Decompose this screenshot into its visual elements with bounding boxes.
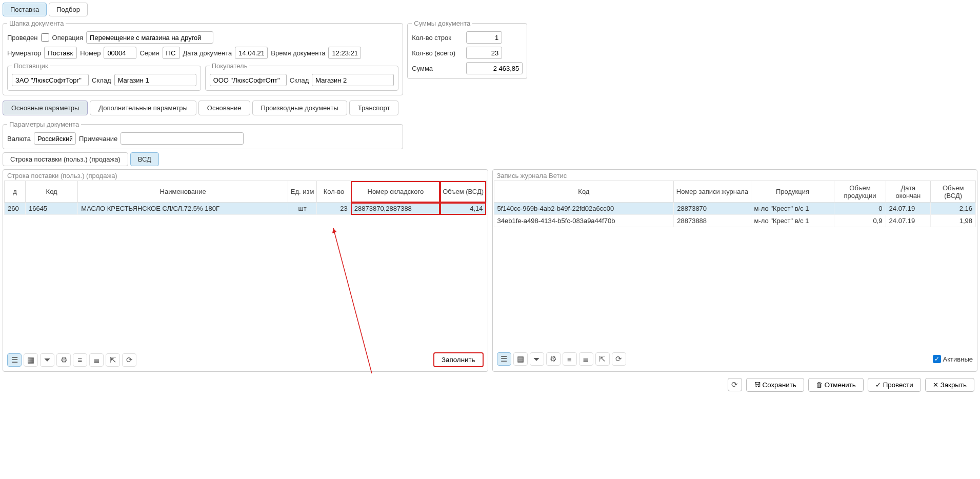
- numerator-input[interactable]: [44, 47, 77, 59]
- number-label: Номер: [80, 49, 101, 57]
- right-grid-legend: Запись журнала Ветис: [494, 171, 976, 181]
- rows-count-label: Кол-во строк: [412, 34, 463, 42]
- date-input[interactable]: [235, 47, 268, 59]
- series-input[interactable]: [163, 47, 180, 59]
- right-col-journal-no[interactable]: Номер записи журнала: [674, 181, 751, 203]
- currency-input[interactable]: [34, 132, 76, 145]
- param-tab-transport[interactable]: Транспорт: [349, 101, 399, 115]
- note-input[interactable]: [121, 132, 244, 145]
- buyer-stock-input[interactable]: [312, 74, 394, 86]
- export-icon[interactable]: ⇱: [595, 352, 610, 366]
- sum-label: Сумма: [412, 65, 463, 72]
- qty-total-input[interactable]: [466, 47, 502, 59]
- numerator-label: Нумератор: [7, 49, 41, 57]
- tab-postavka[interactable]: Поставка: [3, 3, 47, 16]
- fill-button[interactable]: Заполнить: [433, 352, 483, 367]
- top-tab-row: Поставка Подбор: [3, 3, 977, 16]
- refresh-list-icon[interactable]: ⟳: [122, 353, 136, 367]
- supplier-legend: Поставщик: [12, 62, 50, 70]
- gear-icon[interactable]: ⚙: [546, 352, 561, 366]
- note-label: Примечание: [79, 135, 117, 143]
- table-row[interactable]: 26016645МАСЛО КРЕСТЬЯНСКОЕ СЛ/СЛ.72.5% 1…: [5, 203, 487, 215]
- currency-label: Валюта: [7, 135, 31, 143]
- header-fieldset: Шапка документа Проведен Операция Нумера…: [3, 19, 403, 95]
- supplier-input[interactable]: [12, 74, 89, 86]
- buyer-input[interactable]: [210, 74, 287, 86]
- param-tab-basis[interactable]: Основание: [198, 101, 250, 115]
- export-icon[interactable]: ⇱: [106, 353, 120, 367]
- right-col-product[interactable]: Продукция: [751, 181, 834, 203]
- buyer-legend: Покупатель: [210, 62, 250, 70]
- conducted-checkbox[interactable]: [41, 33, 49, 42]
- time-label: Время документа: [271, 49, 325, 57]
- table-row[interactable]: 34eb1fe-a498-4134-b5fc-083a9a44f70b28873…: [494, 215, 976, 227]
- time-input[interactable]: [328, 47, 361, 59]
- right-col-prod-vol[interactable]: Объем продукции: [834, 181, 886, 203]
- param-tab-extra[interactable]: Дополнительные параметры: [90, 101, 196, 115]
- left-col-code[interactable]: Код: [25, 181, 77, 203]
- gear-icon[interactable]: ⚙: [56, 353, 71, 367]
- right-col-vsd-vol[interactable]: Объем (ВСД): [931, 181, 976, 203]
- filter-icon[interactable]: ⏷: [530, 352, 544, 366]
- left-col-d[interactable]: д: [5, 181, 26, 203]
- operation-label: Операция: [52, 34, 84, 42]
- save-button[interactable]: 🖫Сохранить: [746, 378, 804, 392]
- list-add-icon[interactable]: ≣: [579, 352, 593, 366]
- filter-icon[interactable]: ⏷: [40, 353, 54, 367]
- active-checkbox[interactable]: ✓: [933, 355, 941, 363]
- cancel-button[interactable]: 🗑Отменить: [808, 378, 864, 392]
- sub-tabs: Строка поставки (польз.) (продажа) ВСД: [3, 152, 977, 166]
- refresh-list-icon[interactable]: ⟳: [612, 352, 626, 366]
- left-col-vsd-vol[interactable]: Объем (ВСД): [440, 181, 486, 203]
- qty-total-label: Кол-во (всего): [412, 49, 463, 57]
- list-collapse-icon[interactable]: ≡: [73, 353, 87, 367]
- list-collapse-icon[interactable]: ≡: [563, 352, 577, 366]
- supplier-stock-input[interactable]: [114, 74, 196, 86]
- list-add-icon[interactable]: ≣: [89, 353, 104, 367]
- sub-tab-vsd[interactable]: ВСД: [130, 152, 159, 166]
- doc-params-legend: Параметры документа: [7, 121, 81, 128]
- number-input[interactable]: [104, 47, 136, 59]
- header-legend: Шапка документа: [7, 19, 66, 27]
- left-grid-fieldset: Строка поставки (польз.) (продажа) д Код…: [3, 169, 488, 372]
- left-toolbar: ☰ ▦ ⏷ ⚙ ≡ ≣ ⇱ ⟳ Заполнить: [4, 349, 487, 370]
- active-label: Активные: [943, 355, 973, 363]
- sub-tab-line[interactable]: Строка поставки (польз.) (продажа): [3, 152, 128, 166]
- right-col-code[interactable]: Код: [494, 181, 674, 203]
- left-grid-legend: Строка поставки (польз.) (продажа): [4, 171, 487, 181]
- right-grid[interactable]: Код Номер записи журнала Продукция Объем…: [494, 181, 976, 349]
- conducted-label: Проведен: [7, 34, 38, 42]
- sums-fieldset: Суммы документа Кол-во строк Кол-во (все…: [407, 19, 527, 79]
- tab-podbor[interactable]: Подбор: [49, 3, 88, 16]
- left-col-stock-no[interactable]: Номер складского: [351, 181, 440, 203]
- check-icon: ✓: [875, 381, 881, 389]
- refresh-icon[interactable]: ⟳: [728, 378, 742, 391]
- table-row[interactable]: 5f140cc-969b-4ab2-b49f-22fd02a6cc0028873…: [494, 203, 976, 215]
- supplier-fieldset: Поставщик Склад: [7, 62, 201, 91]
- close-icon: ✕: [933, 381, 938, 389]
- left-col-unit[interactable]: Ед. изм: [288, 181, 316, 203]
- param-tab-main[interactable]: Основные параметры: [3, 101, 88, 115]
- supplier-stock-label: Склад: [92, 76, 111, 84]
- right-toolbar: ☰ ▦ ⏷ ⚙ ≡ ≣ ⇱ ⟳ ✓ Активные: [494, 349, 976, 369]
- grid-view-icon[interactable]: ▦: [24, 353, 38, 367]
- left-col-name[interactable]: Наименование: [78, 181, 288, 203]
- rows-count-input[interactable]: [466, 31, 502, 44]
- list-view-icon[interactable]: ☰: [497, 352, 511, 366]
- trash-icon: 🗑: [816, 381, 823, 389]
- footer: ⟳ 🖫Сохранить 🗑Отменить ✓Провести ✕Закрыт…: [3, 375, 977, 395]
- grid-view-icon[interactable]: ▦: [513, 352, 528, 366]
- param-tab-derived[interactable]: Производные документы: [252, 101, 347, 115]
- close-button[interactable]: ✕Закрыть: [925, 378, 974, 392]
- conduct-button[interactable]: ✓Провести: [868, 378, 921, 392]
- list-view-icon[interactable]: ☰: [7, 353, 22, 367]
- buyer-fieldset: Покупатель Склад: [205, 62, 399, 91]
- right-grid-fieldset: Запись журнала Ветис Код Номер записи жу…: [492, 169, 978, 372]
- series-label: Серия: [139, 49, 159, 57]
- left-grid[interactable]: д Код Наименование Ед. изм Кол-во Номер …: [4, 181, 487, 349]
- left-col-qty[interactable]: Кол-во: [317, 181, 351, 203]
- sum-input[interactable]: [466, 62, 523, 74]
- sums-legend: Суммы документа: [412, 19, 472, 27]
- right-col-end-date[interactable]: Дата окончан: [886, 181, 931, 203]
- operation-input[interactable]: [86, 31, 213, 44]
